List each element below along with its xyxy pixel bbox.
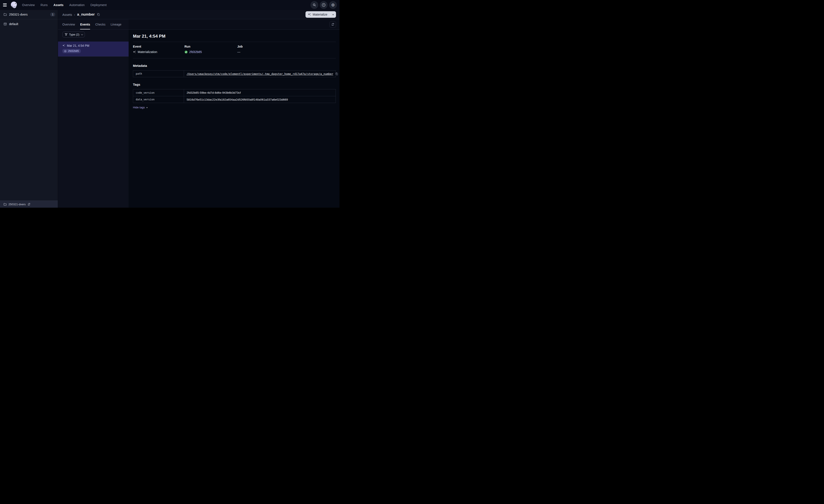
folder-icon bbox=[3, 203, 7, 206]
asset-tabs-row: Overview Events Checks Lineage bbox=[58, 19, 339, 30]
svg-text:?: ? bbox=[323, 4, 324, 6]
tags-heading: Tags bbox=[133, 83, 336, 86]
tab-checks[interactable]: Checks bbox=[95, 19, 105, 29]
main-panel: Assets › a_number Materialize bbox=[58, 10, 339, 208]
chevron-up-icon: ▲ bbox=[146, 106, 148, 108]
table-row: data_version 5816d76e51c13dac22e3fa182a6… bbox=[133, 96, 335, 103]
asset-groups-sidebar: 250321-dvers 1 default 250321-dvers bbox=[0, 10, 58, 208]
run-id-link[interactable]: 2fd32b85 bbox=[189, 50, 202, 54]
event-detail-title: Mar 21, 4:54 PM bbox=[133, 34, 336, 39]
help-button[interactable]: ? bbox=[320, 1, 328, 9]
materialize-button[interactable]: Materialize bbox=[305, 11, 330, 18]
top-nav: Overview Runs Assets Automation Deployme… bbox=[0, 0, 339, 10]
materialization-sparkle-icon bbox=[62, 44, 66, 47]
breadcrumb: Assets › a_number bbox=[62, 12, 100, 17]
tag-value: 5816d76e51c13dac22e3fa182a654aa2d526fb50… bbox=[187, 98, 288, 101]
caret-down-icon: ▾ bbox=[332, 13, 334, 16]
job-column-label: Job bbox=[237, 45, 336, 48]
hide-tags-link[interactable]: Hide tags ▲ bbox=[133, 106, 148, 109]
run-column-label: Run bbox=[185, 45, 237, 48]
sidebar-item-default-group[interactable]: default bbox=[0, 19, 58, 28]
asset-tabs: Overview Events Checks Lineage bbox=[58, 19, 129, 29]
asset-count-badge: 1 bbox=[50, 13, 55, 16]
nav-item-automation[interactable]: Automation bbox=[69, 3, 85, 7]
materialization-sparkle-icon bbox=[133, 50, 136, 54]
sidebar-item-label: default bbox=[9, 22, 18, 26]
dagster-logo[interactable] bbox=[10, 1, 18, 9]
event-run-id: 2fd32b85 bbox=[68, 49, 79, 52]
breadcrumb-assets-link[interactable]: Assets bbox=[62, 13, 72, 16]
filter-label: Type (2) bbox=[69, 33, 80, 36]
table-row: code_version 2fd32b85-59be-4d7d-8d6e-943… bbox=[133, 89, 335, 96]
materialize-label: Materialize bbox=[313, 13, 327, 16]
event-column: Event Materialization bbox=[133, 45, 185, 54]
search-icon bbox=[313, 3, 316, 7]
nav-item-runs[interactable]: Runs bbox=[40, 3, 47, 7]
footer-location-label: 250321-dvers bbox=[8, 203, 26, 206]
refresh-icon bbox=[331, 23, 334, 26]
metadata-key: path bbox=[133, 71, 184, 77]
breadcrumb-separator: › bbox=[74, 13, 75, 16]
run-success-icon bbox=[185, 50, 188, 54]
tab-lineage[interactable]: Lineage bbox=[111, 19, 121, 29]
events-list-panel: Type (2) Mar 21, 4:54 PM bbox=[58, 30, 129, 208]
materialize-sparkle-icon bbox=[308, 13, 311, 16]
job-column: Job — bbox=[237, 45, 336, 54]
primary-nav: Overview Runs Assets Automation Deployme… bbox=[22, 3, 107, 7]
search-button[interactable] bbox=[310, 1, 318, 9]
tag-key: code_version bbox=[133, 89, 184, 96]
event-column-label: Event bbox=[133, 45, 185, 48]
run-column: Run 2fd32b85 bbox=[185, 45, 237, 54]
filter-funnel-icon bbox=[65, 33, 68, 36]
hide-tags-label: Hide tags bbox=[133, 106, 145, 109]
hamburger-menu-icon[interactable] bbox=[3, 2, 8, 8]
app-window: Overview Runs Assets Automation Deployme… bbox=[0, 0, 339, 208]
event-type-filter[interactable]: Type (2) bbox=[62, 31, 85, 37]
nav-item-assets[interactable]: Assets bbox=[54, 3, 64, 7]
tags-table: code_version 2fd32b85-59be-4d7d-8d6e-943… bbox=[133, 89, 336, 103]
settings-button[interactable]: ⚙ bbox=[329, 1, 337, 9]
gear-icon: ⚙ bbox=[331, 3, 335, 7]
tag-key: data_version bbox=[133, 96, 184, 103]
asset-header: Assets › a_number Materialize bbox=[58, 10, 339, 19]
run-status-icon bbox=[64, 50, 67, 52]
folder-icon bbox=[3, 13, 7, 16]
event-type-value: Materialization bbox=[138, 50, 157, 54]
event-run-tag[interactable]: 2fd32b85 bbox=[62, 49, 81, 53]
event-detail-panel: Mar 21, 4:54 PM Event Materialization bbox=[129, 30, 339, 208]
sidebar-item-label: 250321-dvers bbox=[9, 13, 28, 16]
nav-item-deployment[interactable]: Deployment bbox=[91, 3, 107, 7]
reload-location-icon[interactable] bbox=[27, 203, 30, 206]
tag-value: 2fd32b85-59be-4d7d-8d6e-943b6b3d73cf bbox=[187, 91, 241, 94]
nav-item-overview[interactable]: Overview bbox=[22, 3, 35, 7]
tab-events[interactable]: Events bbox=[80, 19, 90, 29]
tab-overview[interactable]: Overview bbox=[62, 19, 75, 29]
materialize-button-group: Materialize ▾ bbox=[305, 11, 336, 18]
metadata-path-link[interactable]: /Users/smackesey/stm/code/elementl/exper… bbox=[187, 72, 333, 76]
copy-path-icon[interactable] bbox=[335, 73, 338, 75]
metadata-heading: Metadata bbox=[133, 64, 336, 68]
sidebar-item-code-location[interactable]: 250321-dvers 1 bbox=[0, 10, 58, 19]
event-list-item-selected[interactable]: Mar 21, 4:54 PM 2fd32b85 bbox=[58, 41, 129, 56]
metadata-table: path /Users/smackesey/stm/code/elementl/… bbox=[133, 70, 336, 77]
materialize-dropdown-button[interactable]: ▾ bbox=[330, 11, 336, 18]
help-icon: ? bbox=[322, 3, 326, 7]
refresh-events-button[interactable] bbox=[329, 21, 336, 28]
asset-group-icon bbox=[3, 22, 7, 26]
chevron-down-icon bbox=[81, 33, 83, 35]
event-timestamp: Mar 21, 4:54 PM bbox=[67, 44, 89, 47]
job-value: — bbox=[237, 50, 240, 54]
table-row: path /Users/smackesey/stm/code/elementl/… bbox=[133, 71, 335, 77]
copy-asset-name-icon[interactable] bbox=[97, 13, 100, 16]
sidebar-footer-code-location[interactable]: 250321-dvers bbox=[0, 201, 58, 208]
asset-name: a_number bbox=[77, 12, 95, 17]
